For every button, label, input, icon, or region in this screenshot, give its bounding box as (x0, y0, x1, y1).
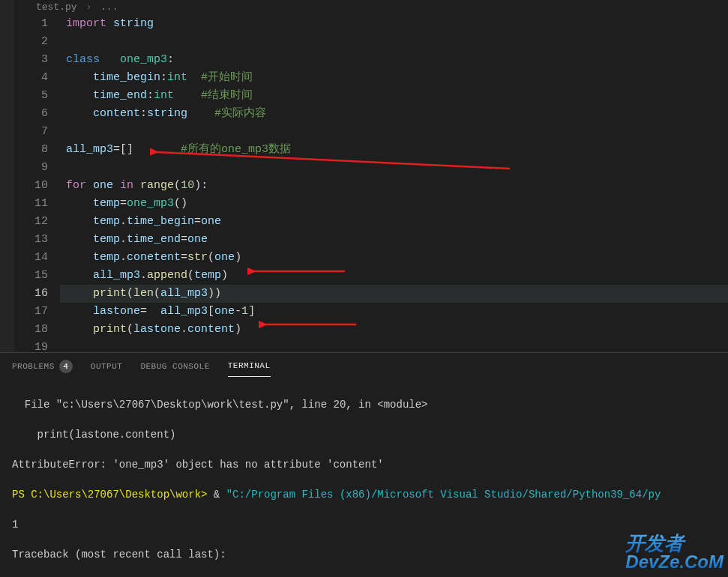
line-number: 13 (15, 231, 48, 249)
tab-debug-console[interactable]: DEBUG CONSOLE (140, 356, 209, 377)
code-line[interactable]: class one_mp3: (60, 51, 728, 69)
terminal-line: Traceback (most recent call last): (12, 547, 716, 562)
activity-bar (0, 0, 15, 352)
breadcrumb[interactable]: test.py › ... (30, 0, 124, 14)
line-number: 9 (15, 159, 48, 177)
code-line[interactable]: all_mp3=[] #所有的one_mp3数据 (60, 141, 728, 159)
line-number: 14 (15, 249, 48, 267)
code-line[interactable]: print(len(all_mp3)) (60, 285, 728, 303)
code-line[interactable]: temp.time_end=one (60, 231, 728, 249)
code-line[interactable]: lastone= all_mp3[one-1] (60, 303, 728, 321)
code-line[interactable]: import string (60, 15, 728, 33)
code-line[interactable] (60, 159, 728, 177)
breadcrumb-file[interactable]: test.py (36, 1, 77, 13)
line-number: 5 (15, 87, 48, 105)
terminal-line: AttributeError: 'one_mp3' object has no … (12, 457, 716, 472)
line-number: 1 (15, 15, 48, 33)
breadcrumb-symbol[interactable]: ... (100, 1, 118, 13)
line-number: 8 (15, 141, 48, 159)
code-line[interactable]: time_end:int #结束时间 (60, 87, 728, 105)
panel-tabs: PROBLEMS 4 OUTPUT DEBUG CONSOLE TERMINAL (0, 353, 728, 379)
line-number: 12 (15, 213, 48, 231)
terminal-line: print(lastone.content) (12, 427, 716, 442)
terminal-line: 1 (12, 517, 716, 532)
code-line[interactable]: all_mp3.append(temp) (60, 267, 728, 285)
line-gutter: 1 2 3 4 5 6 7 8 9 10 11 12 13 14 15 16 1… (15, 0, 60, 352)
code-line[interactable]: for one in range(10): (60, 177, 728, 195)
editor-area: 1 2 3 4 5 6 7 8 9 10 11 12 13 14 15 16 1… (0, 0, 728, 352)
tab-problems[interactable]: PROBLEMS 4 (12, 354, 73, 379)
line-number: 11 (15, 195, 48, 213)
code-line[interactable] (60, 33, 728, 51)
code-line[interactable]: time_begin:int #开始时间 (60, 69, 728, 87)
line-number: 4 (15, 69, 48, 87)
problems-badge: 4 (59, 360, 73, 373)
code-area[interactable]: import string class one_mp3: time_begin:… (60, 0, 728, 352)
terminal-output[interactable]: File "c:\Users\27067\Desktop\work\test.p… (0, 379, 728, 577)
chevron-icon: › (85, 1, 91, 13)
terminal-line: PS C:\Users\27067\Desktop\work> & "C:/Pr… (12, 487, 716, 502)
line-number: 6 (15, 105, 48, 123)
code-line[interactable]: temp=one_mp3() (60, 195, 728, 213)
code-line[interactable]: temp.conetent=str(one) (60, 249, 728, 267)
code-line[interactable] (60, 123, 728, 141)
code-line[interactable]: print(lastone.content) (60, 321, 728, 339)
line-number: 7 (15, 123, 48, 141)
code-line[interactable]: temp.time_begin=one (60, 213, 728, 231)
bottom-panel: PROBLEMS 4 OUTPUT DEBUG CONSOLE TERMINAL… (0, 352, 728, 577)
line-number: 3 (15, 51, 48, 69)
watermark: 开发者 DevZe.CoM (625, 534, 724, 571)
tab-output[interactable]: OUTPUT (91, 356, 123, 377)
tab-terminal[interactable]: TERMINAL (228, 355, 271, 377)
line-number: 2 (15, 33, 48, 51)
code-line[interactable]: content:string #实际内容 (60, 105, 728, 123)
line-number: 15 (15, 267, 48, 285)
line-number: 17 (15, 303, 48, 321)
line-number: 18 (15, 321, 48, 339)
terminal-line: File "c:\Users\27067\Desktop\work\test.p… (12, 397, 716, 412)
line-number: 16 (15, 285, 48, 303)
line-number: 10 (15, 177, 48, 195)
